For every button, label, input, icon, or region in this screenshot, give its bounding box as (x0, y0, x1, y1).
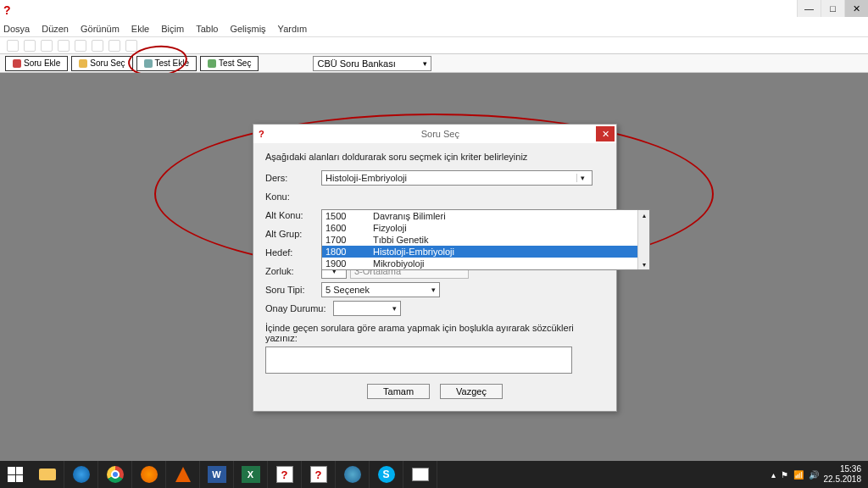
tray-volume-icon[interactable]: 🔊 (809, 470, 819, 480)
tab-test-ekle[interactable]: Test Ekle (136, 56, 198, 71)
label-konu: Konu: (265, 191, 321, 202)
tool-icon[interactable] (24, 40, 36, 52)
taskbar: W X ? ? S ▴ ⚑ 📶 🔊 15:36 22.5.2018 (0, 461, 868, 488)
chevron-down-icon: ▾ (431, 286, 436, 294)
word-icon: W (208, 466, 226, 483)
bank-select[interactable]: CBÜ Soru Bankası ▾ (313, 56, 431, 71)
label-altkonu: Alt Konu: (265, 210, 321, 220)
question-icon: ? (310, 466, 327, 483)
folder-icon (39, 469, 56, 480)
system-tray: ▴ ⚑ 📶 🔊 15:36 22.5.2018 (771, 461, 869, 488)
menubar: Dosya Düzen Görünüm Ekle Biçim Tablo Gel… (0, 20, 868, 37)
tab-icon (208, 59, 216, 68)
tool-icon[interactable] (41, 40, 53, 52)
tool-icon[interactable] (108, 40, 120, 52)
onay-combo[interactable]: ▾ (333, 301, 401, 316)
menu-yardim[interactable]: Yardım (278, 24, 308, 34)
label-hedef: Hedef: (265, 247, 321, 258)
task-settings[interactable] (336, 461, 370, 488)
tool-icon[interactable] (92, 40, 103, 52)
dropdown-scrollbar[interactable]: ▴ ▾ (637, 210, 649, 269)
windows-icon (8, 467, 23, 482)
tab-icon (79, 59, 87, 68)
bank-select-value: CBÜ Soru Bankası (317, 58, 395, 69)
option-1600[interactable]: 1600Fizyoloji (322, 222, 649, 234)
search-textarea[interactable] (265, 347, 572, 374)
scroll-up-icon[interactable]: ▴ (638, 210, 649, 220)
tab-label: Soru Ekle (24, 58, 60, 68)
scroll-down-icon[interactable]: ▾ (638, 259, 649, 269)
dialog-close-button[interactable]: ✕ (596, 126, 615, 141)
chevron-down-icon: ▾ (392, 304, 397, 313)
minimize-button[interactable]: — (797, 0, 821, 17)
task-file-explorer[interactable] (31, 461, 64, 488)
task-paint[interactable] (403, 461, 437, 488)
chevron-down-icon: ▾ (423, 59, 427, 68)
menu-gelismis[interactable]: Gelişmiş (230, 24, 265, 34)
cancel-button[interactable]: Vazgeç (440, 384, 503, 399)
label-altgrup: Alt Grup: (265, 229, 321, 239)
tool-icon[interactable] (75, 40, 86, 52)
dialog-instruction: Aşağıdaki alanları doldurarak soru seçme… (265, 152, 604, 162)
toolbar-tabs: Soru Ekle Soru Seç Test Ekle Test Seç CB… (0, 54, 868, 73)
task-app2[interactable]: ? (302, 461, 336, 488)
menu-ekle[interactable]: Ekle (131, 24, 149, 34)
task-ie[interactable] (64, 461, 98, 488)
task-chrome[interactable] (98, 461, 132, 488)
tab-label: Test Ekle (155, 58, 190, 68)
tab-icon (13, 59, 21, 68)
skype-icon: S (378, 466, 395, 483)
tray-network-icon[interactable]: 📶 (793, 470, 804, 480)
task-firefox[interactable] (132, 461, 166, 488)
tab-soru-sec[interactable]: Soru Seç (71, 56, 132, 71)
sorutipi-combo[interactable]: 5 Seçenek ▾ (321, 282, 440, 297)
menu-gorunum[interactable]: Görünüm (81, 24, 120, 34)
menu-duzen[interactable]: Düzen (42, 24, 69, 34)
task-vlc[interactable] (166, 461, 200, 488)
option-1900[interactable]: 1900Mikrobiyoloji (322, 258, 649, 269)
menu-dosya[interactable]: Dosya (3, 24, 30, 34)
paint-icon (412, 468, 429, 481)
tray-flag-icon[interactable]: ⚑ (781, 470, 788, 480)
question-icon: ? (276, 466, 293, 483)
option-1800[interactable]: 1800Histoloji-Embriyoloji (322, 246, 649, 258)
konu-dropdown[interactable]: 1500Davranış Bilimleri 1600Fizyoloji 170… (321, 209, 650, 270)
tool-icon[interactable] (125, 40, 137, 52)
close-button[interactable]: ✕ (844, 0, 868, 17)
workspace: ? Soru Seç ✕ Aşağıdaki alanları doldurar… (0, 73, 868, 474)
sorutipi-value: 5 Seçenek (326, 285, 370, 295)
ok-button[interactable]: Tamam (367, 384, 430, 399)
option-1500[interactable]: 1500Davranış Bilimleri (322, 210, 649, 222)
task-excel[interactable]: X (234, 461, 268, 488)
vlc-icon (175, 467, 191, 482)
ie-icon (73, 466, 90, 483)
tab-label: Soru Seç (90, 58, 125, 68)
menu-bicim[interactable]: Biçim (161, 24, 184, 34)
tool-icon[interactable] (7, 40, 19, 52)
gear-icon (344, 466, 361, 483)
option-1700[interactable]: 1700Tıbbi Genetik (322, 234, 649, 246)
tab-test-sec[interactable]: Test Seç (200, 56, 259, 71)
maximize-button[interactable]: □ (821, 0, 844, 17)
ders-value: Histoloji-Embriyoloji (326, 173, 407, 183)
tab-label: Test Seç (219, 58, 251, 68)
window-titlebar: ? — □ ✕ (0, 0, 868, 20)
chevron-down-icon: ▾ (576, 174, 588, 182)
tab-soru-ekle[interactable]: Soru Ekle (5, 56, 68, 71)
menu-tablo[interactable]: Tablo (196, 24, 218, 34)
tray-chevron-up-icon[interactable]: ▴ (771, 470, 776, 480)
ders-combo[interactable]: Histoloji-Embriyoloji ▾ (321, 170, 593, 186)
task-skype[interactable]: S (370, 461, 403, 488)
tab-icon (144, 59, 153, 68)
label-sorutipi: Soru Tipi: (265, 285, 321, 295)
task-app1[interactable]: ? (268, 461, 302, 488)
soru-sec-dialog: ? Soru Seç ✕ Aşağıdaki alanları doldurar… (253, 124, 617, 412)
clock-time: 15:36 (824, 464, 862, 474)
tool-icon[interactable] (58, 40, 70, 52)
search-instruction: İçinde geçen sorulara göre arama yapmak … (265, 323, 604, 343)
task-word[interactable]: W (200, 461, 234, 488)
label-ders: Ders: (265, 173, 321, 183)
taskbar-clock[interactable]: 15:36 22.5.2018 (824, 464, 862, 485)
excel-icon: X (242, 466, 260, 483)
start-button[interactable] (0, 461, 31, 488)
